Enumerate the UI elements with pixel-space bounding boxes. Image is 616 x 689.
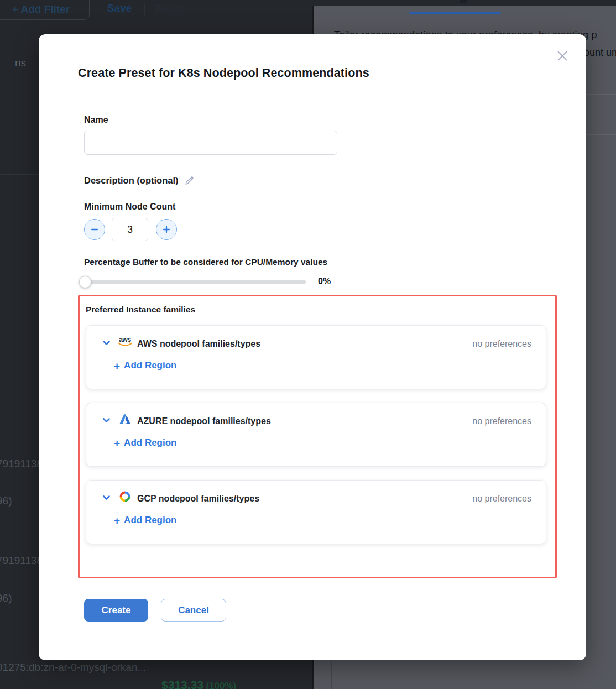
- description-label: Description (optional): [84, 175, 179, 186]
- drawer-header-divider: [327, 14, 616, 14]
- add-filter-button: + Add Filter: [0, 0, 90, 20]
- preferred-families-label: Preferred Instance families: [86, 305, 195, 315]
- create-preset-modal: Create Preset for K8s Nodepool Recommend…: [39, 34, 586, 660]
- buffer-slider-thumb[interactable]: [79, 276, 91, 288]
- preferred-families-highlight-box: Preferred Instance families aws AWS node…: [78, 295, 557, 578]
- plus-icon: [162, 225, 171, 234]
- tab-label-clipped: [460, 0, 467, 3]
- filter-chip-label: ns: [15, 57, 26, 69]
- reset-button: Reset: [155, 2, 184, 14]
- filter-chip-clipped: ns: [0, 50, 42, 76]
- node-count-input[interactable]: [112, 218, 148, 241]
- no-preferences-label: no preferences: [472, 416, 531, 426]
- table-cell-fragment: 96): [0, 592, 12, 604]
- gcp-provider-card: GCP nodepool families/types no preferenc…: [86, 480, 546, 544]
- azure-icon: [117, 411, 133, 427]
- table-cell-fragment: 79191138: [0, 458, 43, 470]
- azure-card-title: AZURE nodepool families/types: [137, 416, 271, 426]
- add-region-label: Add Region: [124, 437, 176, 448]
- percentage-buffer-label: Percentage Buffer to be considered for C…: [84, 257, 327, 267]
- add-region-button[interactable]: + Add Region: [114, 360, 177, 371]
- name-input[interactable]: [84, 131, 337, 155]
- chevron-down-icon[interactable]: [102, 493, 111, 502]
- add-region-button[interactable]: + Add Region: [114, 437, 177, 448]
- save-button: Save: [107, 2, 132, 14]
- edit-pencil-icon[interactable]: [184, 175, 195, 186]
- minus-icon: [90, 225, 99, 234]
- buffer-slider-track[interactable]: [80, 280, 306, 284]
- minimum-node-count-label: Minimum Node Count: [84, 202, 175, 212]
- name-label: Name: [84, 115, 108, 125]
- cost-percent: (100%): [206, 681, 236, 689]
- increase-node-count-button[interactable]: [156, 219, 177, 240]
- no-preferences-label: no preferences: [472, 339, 531, 349]
- chevron-down-icon[interactable]: [102, 416, 111, 425]
- create-button[interactable]: Create: [84, 599, 148, 622]
- buffer-value: 0%: [318, 276, 331, 286]
- table-row-id-fragment: 01275:db:zn-ar-0-mysql-orkan...: [0, 661, 146, 674]
- toolbar-divider: [144, 3, 145, 16]
- close-icon[interactable]: [555, 49, 570, 63]
- chevron-down-icon[interactable]: [102, 338, 111, 347]
- plus-icon: +: [114, 361, 120, 371]
- table-cost-cell: $313.33 (100%): [161, 678, 236, 689]
- aws-icon: aws: [117, 334, 133, 349]
- table-cell-fragment: 79191138: [0, 555, 43, 567]
- plus-icon: +: [114, 438, 120, 448]
- decrease-node-count-button[interactable]: [84, 219, 105, 240]
- table-cell-fragment: 96): [0, 495, 12, 507]
- gcp-card-title: GCP nodepool families/types: [137, 494, 259, 504]
- cancel-button[interactable]: Cancel: [161, 599, 226, 622]
- drawer-column-divider: [331, 661, 332, 689]
- cost-amount: $313.33: [161, 678, 203, 689]
- add-filter-label: + Add Filter: [12, 3, 70, 15]
- plus-icon: +: [114, 515, 120, 526]
- drawer-paragraph-fragment: ount un: [584, 47, 616, 59]
- aws-provider-card: aws AWS nodepool families/types no prefe…: [86, 325, 546, 389]
- add-region-button[interactable]: + Add Region: [114, 515, 177, 526]
- gcp-icon: [117, 489, 133, 504]
- aws-card-title: AWS nodepool families/types: [137, 339, 260, 349]
- modal-title: Create Preset for K8s Nodepool Recommend…: [78, 66, 369, 80]
- azure-provider-card: AZURE nodepool families/types no prefere…: [86, 403, 546, 467]
- no-preferences-label: no preferences: [472, 494, 531, 504]
- add-region-label: Add Region: [124, 360, 176, 371]
- add-region-label: Add Region: [124, 515, 176, 526]
